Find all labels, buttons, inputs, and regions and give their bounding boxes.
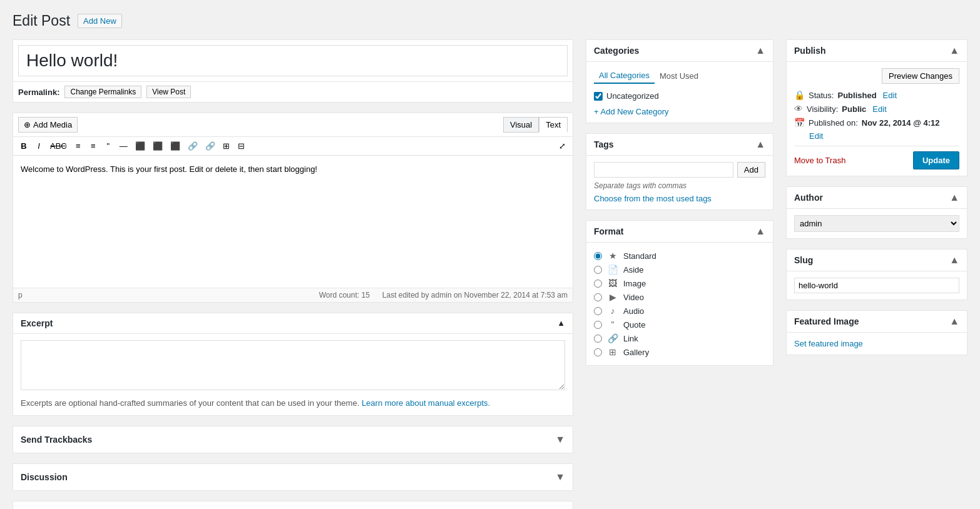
featured-image-panel-toggle[interactable]: ▲ xyxy=(949,316,959,327)
format-label-audio: Audio xyxy=(623,306,644,316)
format-item-quote: " Quote xyxy=(594,318,765,331)
most-used-tab[interactable]: Most Used xyxy=(655,68,703,84)
toolbar-toggle-button[interactable]: ⊟ xyxy=(235,139,248,153)
discussion-title: Discussion xyxy=(21,472,68,482)
set-featured-image-link[interactable]: Set featured image xyxy=(794,339,863,348)
format-label-aside: Aside xyxy=(623,265,644,275)
ordered-list-button[interactable]: ≡ xyxy=(86,139,100,153)
format-radio-image[interactable] xyxy=(594,280,602,288)
excerpt-title: Excerpt xyxy=(21,318,53,328)
add-new-button[interactable]: Add New xyxy=(78,14,122,28)
tab-visual[interactable]: Visual xyxy=(503,117,539,133)
remove-link-button[interactable]: 🔗 xyxy=(202,139,218,153)
send-trackbacks-title: Send Trackbacks xyxy=(21,435,92,445)
slug-panel-toggle[interactable]: ▲ xyxy=(949,254,959,266)
tags-panel-toggle[interactable]: ▲ xyxy=(755,139,765,150)
blockquote-button[interactable]: " xyxy=(101,139,115,153)
visibility-icon: 👁 xyxy=(794,104,803,114)
published-on-edit-link[interactable]: Edit xyxy=(809,131,823,141)
format-radio-audio[interactable] xyxy=(594,307,602,315)
align-left-button[interactable]: ⬛ xyxy=(132,139,148,153)
tags-hint: Separate tags with commas xyxy=(594,181,765,190)
author-panel-toggle[interactable]: ▲ xyxy=(949,192,959,203)
change-permalinks-button[interactable]: Change Permalinks xyxy=(64,86,141,98)
author-select[interactable]: admin xyxy=(794,215,959,232)
italic-button[interactable]: I xyxy=(32,139,46,153)
visibility-edit-link[interactable]: Edit xyxy=(872,104,886,114)
post-content-editor[interactable]: Welcome to WordPress. This is your first… xyxy=(21,163,565,276)
discussion-header[interactable]: Discussion ▼ xyxy=(13,464,573,490)
permalink-label: Permalink: xyxy=(18,88,59,97)
align-right-button[interactable]: ⬛ xyxy=(167,139,183,153)
slug-input[interactable] xyxy=(794,278,959,293)
learn-more-excerpts-link[interactable]: Learn more about manual excerpts. xyxy=(362,398,490,408)
format-radio-quote[interactable] xyxy=(594,321,602,329)
categories-panel: Categories ▲ All Categories Most Used Un… xyxy=(586,39,773,123)
tags-panel-title: Tags xyxy=(594,139,614,149)
format-radio-link[interactable] xyxy=(594,335,602,343)
status-icon: 🔒 xyxy=(794,90,805,100)
categories-tabs: All Categories Most Used xyxy=(594,68,765,84)
tags-panel: Tags ▲ Add Separate tags with commas Cho… xyxy=(586,133,773,210)
published-on-value: Nov 22, 2014 @ 4:12 xyxy=(862,118,940,128)
categories-panel-title: Categories xyxy=(594,46,639,56)
format-label-image: Image xyxy=(623,279,646,288)
excerpt-header[interactable]: Excerpt ▲ xyxy=(13,313,573,333)
format-panel-toggle[interactable]: ▲ xyxy=(755,226,765,237)
preview-changes-button[interactable]: Preview Changes xyxy=(882,68,959,84)
status-label: Status: xyxy=(809,91,834,100)
align-center-button[interactable]: ⬛ xyxy=(150,139,166,153)
send-trackbacks-panel: Send Trackbacks ▼ xyxy=(13,426,573,453)
add-media-button[interactable]: ⊕ Add Media xyxy=(18,117,78,133)
tags-add-button[interactable]: Add xyxy=(737,162,765,178)
discussion-toggle-icon: ▼ xyxy=(555,471,565,483)
publish-panel-toggle[interactable]: ▲ xyxy=(949,45,959,56)
insert-more-button[interactable]: ⊞ xyxy=(220,139,233,153)
choose-from-most-used-tags-link[interactable]: Choose from the most used tags xyxy=(594,194,712,203)
post-title-input[interactable] xyxy=(18,45,568,76)
format-item-standard: ★ Standard xyxy=(594,249,765,263)
unordered-list-button[interactable]: ≡ xyxy=(71,139,85,153)
format-item-aside: 📄 Aside xyxy=(594,263,765,276)
format-bar: B I ABC ≡ ≡ " — ⬛ ⬛ ⬛ 🔗 🔗 ⊞ ⊟ ⤢ xyxy=(13,137,573,156)
categories-panel-toggle[interactable]: ▲ xyxy=(755,45,765,56)
publish-panel: Publish ▲ Preview Changes 🔒 Status: Publ… xyxy=(786,39,967,176)
format-radio-standard[interactable] xyxy=(594,252,602,260)
tab-text[interactable]: Text xyxy=(539,117,568,133)
custom-fields-header[interactable]: Custom Fields ▼ xyxy=(13,501,573,509)
excerpt-textarea[interactable] xyxy=(21,340,565,390)
editor-footer: p Word count: 15 Last edited by admin on… xyxy=(13,288,573,302)
format-panel-title: Format xyxy=(594,226,623,236)
horizontal-rule-button[interactable]: — xyxy=(116,139,131,153)
status-edit-link[interactable]: Edit xyxy=(883,91,897,100)
tags-input[interactable] xyxy=(594,162,733,178)
format-radio-gallery[interactable] xyxy=(594,348,602,356)
all-categories-tab[interactable]: All Categories xyxy=(594,68,655,84)
move-to-trash-button[interactable]: Move to Trash xyxy=(794,156,845,165)
calendar-icon: 📅 xyxy=(794,118,805,128)
format-radio-video[interactable] xyxy=(594,293,602,301)
format-icon-standard: ★ xyxy=(607,251,618,261)
format-icon-aside: 📄 xyxy=(607,265,618,275)
author-panel: Author ▲ admin xyxy=(786,186,967,239)
published-on-label: Published on: xyxy=(809,118,858,128)
format-item-audio: ♪ Audio xyxy=(594,304,765,318)
add-new-category-link[interactable]: + Add New Category xyxy=(594,107,765,116)
format-item-video: ▶ Video xyxy=(594,290,765,304)
format-label-gallery: Gallery xyxy=(623,348,649,357)
view-post-button[interactable]: View Post xyxy=(146,86,191,98)
strikethrough-button[interactable]: ABC xyxy=(47,139,70,153)
format-radio-aside[interactable] xyxy=(594,266,602,274)
visibility-label: Visibility: xyxy=(807,104,838,114)
insert-link-button[interactable]: 🔗 xyxy=(185,139,201,153)
update-button[interactable]: Update xyxy=(913,151,959,169)
bold-button[interactable]: B xyxy=(17,139,31,153)
format-icon-gallery: ⊞ xyxy=(607,347,618,357)
format-item-link: 🔗 Link xyxy=(594,331,765,345)
format-item-image: 🖼 Image xyxy=(594,276,765,290)
media-icon: ⊕ xyxy=(24,120,31,129)
format-icon-video: ▶ xyxy=(607,292,618,302)
fullscreen-button[interactable]: ⤢ xyxy=(555,139,569,153)
send-trackbacks-header[interactable]: Send Trackbacks ▼ xyxy=(13,426,573,453)
category-checkbox-uncategorized[interactable] xyxy=(594,92,603,101)
